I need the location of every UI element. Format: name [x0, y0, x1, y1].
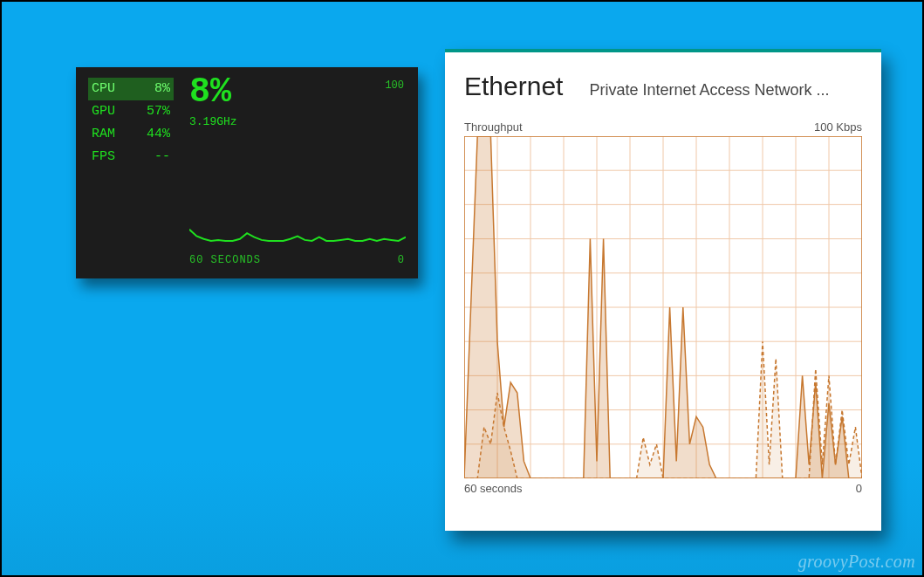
desktop: CPU 8% GPU 57% RAM 44% FPS -- 8% 3.19GHz… [2, 2, 922, 575]
stat-label: GPU [92, 100, 115, 123]
stat-label: FPS [92, 146, 115, 168]
stat-value: -- [154, 146, 170, 168]
cpu-x-label: 60 SECONDS [189, 254, 261, 266]
throughput-scale: 100 Kbps [814, 120, 862, 134]
watermark: groovyPost.com [798, 552, 915, 572]
cpu-stat-list: CPU 8% GPU 57% RAM 44% FPS -- [88, 78, 174, 168]
network-x-left: 60 seconds [464, 482, 523, 495]
cpu-big-readout: 8% 3.19GHz [189, 72, 237, 128]
network-header: Ethernet Private Internet Access Network… [464, 72, 869, 101]
stat-row-cpu[interactable]: CPU 8% [88, 78, 174, 100]
network-title: Ethernet [464, 72, 563, 101]
stat-value: 57% [147, 100, 170, 123]
stat-label: RAM [92, 123, 115, 146]
cpu-y-top: 100 [385, 79, 404, 92]
cpu-monitor-widget[interactable]: CPU 8% GPU 57% RAM 44% FPS -- 8% 3.19GHz… [76, 67, 418, 278]
stat-value: 8% [154, 78, 170, 100]
cpu-y-bottom: 0 [398, 254, 404, 266]
cpu-line-chart [189, 155, 406, 251]
stat-value: 44% [147, 123, 170, 146]
network-subtitle: Private Internet Access Network ... [589, 81, 869, 100]
cpu-frequency: 3.19GHz [189, 115, 237, 128]
cpu-big-percent: 8% [189, 72, 237, 112]
network-x-right: 0 [856, 482, 862, 495]
stat-row-ram[interactable]: RAM 44% [88, 123, 174, 146]
network-throughput-widget[interactable]: Ethernet Private Internet Access Network… [445, 49, 881, 531]
throughput-label: Throughput [464, 120, 523, 134]
stat-row-gpu[interactable]: GPU 57% [88, 100, 174, 123]
network-area-chart [464, 136, 862, 478]
stat-label: CPU [92, 78, 115, 100]
stat-row-fps[interactable]: FPS -- [88, 146, 174, 168]
